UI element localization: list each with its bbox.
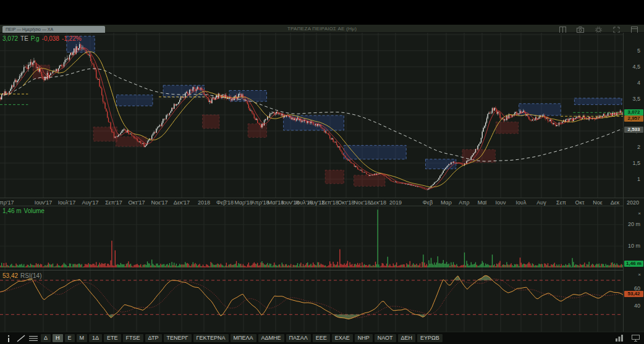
rsi-pane[interactable] — [0, 270, 623, 332]
x-axis-label: Μαρ — [441, 199, 452, 206]
bottom-toolbar: ΔΗΕΜ1ΔΕΤΕFTSEΔΤΡΤΕΝΕΡΓΓΕΚΤΕΡΝΑΜΠΕΛΑΑΔΜΗΕ… — [0, 332, 644, 344]
price-tick-label: 1,5 — [632, 160, 640, 166]
chart-area: Απρ'17Ιουν'17Ιουλ'17Αυγ'17Σεπ'17Οκτ'17Νο… — [0, 33, 644, 332]
x-axis-label: Σεπ'17 — [105, 199, 122, 206]
x-axis-label: Ιουλ — [516, 199, 527, 206]
price-badge: 2,957 — [624, 115, 643, 122]
x-axis-label: Δεκ'17 — [174, 199, 190, 206]
price-tick-label: 4 — [637, 80, 640, 86]
legend-symbol: ΤΕ — [20, 35, 28, 42]
timeframe-button-1Δ[interactable]: 1Δ — [89, 334, 102, 342]
price-axis[interactable]: 54,543,532,521,513,0722,9572,533×20 m10 … — [623, 33, 644, 332]
price-tick-label: 3,5 — [632, 96, 640, 102]
ticker-button-ΕΧΑΕ[interactable]: ΕΧΑΕ — [332, 334, 353, 342]
x-axis-label: Μαϊ — [478, 199, 487, 206]
toolbar-buttons: ΔΗΕΜ1ΔΕΤΕFTSEΔΤΡΤΕΝΕΡΓΓΕΚΤΕΡΝΑΜΠΕΛΑΑΔΜΗΕ… — [41, 334, 443, 342]
x-axis-label: Φεβ'18 — [216, 199, 234, 206]
x-axis-label: Δεκ — [611, 199, 620, 206]
volume-legend: 1,46 mVolume — [2, 208, 47, 214]
price-chart-pane[interactable] — [0, 33, 623, 198]
x-axis-label: Νοε — [593, 199, 603, 206]
x-axis-label: 2019 — [389, 199, 402, 206]
time-axis[interactable]: Απρ'17Ιουν'17Ιουλ'17Αυγ'17Σεπ'17Οκτ'17Νο… — [0, 198, 644, 206]
x-axis-label: Ιουν'17 — [35, 199, 53, 206]
rsi-close-icon[interactable]: × — [638, 272, 641, 277]
ticker-button-FTSE[interactable]: FTSE — [123, 334, 143, 342]
volume-value: 1,46 m — [2, 208, 22, 214]
legend-change-pct: -1,22% — [62, 35, 82, 42]
price-tick-label: 2 — [637, 144, 640, 150]
x-axis-label: Φεβ — [423, 199, 433, 206]
volume-badge: 1,46 m — [624, 261, 643, 267]
volume-pane[interactable] — [0, 206, 623, 270]
volume-bars — [0, 209, 623, 267]
ticker-button-ΕΥΡΩΒ[interactable]: ΕΥΡΩΒ — [417, 334, 443, 342]
ticker-button-ΕΕΕ[interactable]: ΕΕΕ — [313, 334, 330, 342]
legend-tag: Ρ.g — [31, 35, 40, 42]
x-axis-label: Δεκ'18 — [370, 199, 386, 206]
rsi-line — [0, 275, 623, 319]
bar-chart-icon[interactable] — [614, 334, 624, 343]
x-axis-label: Νοε'18 — [354, 199, 370, 206]
timeframe-button-Η[interactable]: Η — [53, 334, 63, 342]
price-badge: 3,072 — [624, 109, 643, 115]
legend-change: -0,038 — [42, 35, 59, 42]
trading-app: { "window": { "tab_text": "ΠΕΙΡ — Ημερήσ… — [0, 0, 644, 344]
x-axis-label: Οκτ'18 — [338, 199, 355, 206]
ticker-button-ΓΕΚΤΕΡΝΑ[interactable]: ΓΕΚΤΕΡΝΑ — [193, 334, 229, 342]
rsi-tick-label: 40 — [634, 303, 640, 309]
volume-tick-label: 10 m — [628, 243, 640, 249]
legend-last-price: 3,072 — [2, 35, 18, 42]
chart-header-strip: ΠΕΙΡ — Ημερήσιο — ΧΑ ΤΡΑΠΕΖΑ ΠΕΙΡΑΙΩΣ ΑΕ… — [0, 25, 644, 33]
rsi-grid — [5, 271, 615, 332]
monitor-icon[interactable] — [630, 334, 640, 343]
x-axis-label: Ιουλ'17 — [58, 199, 76, 206]
info-icon[interactable] — [4, 334, 14, 343]
timeframe-button-Δ[interactable]: Δ — [41, 334, 51, 342]
trendline-tool-icon[interactable] — [16, 334, 26, 343]
x-axis-label: Οκτ — [575, 199, 584, 206]
ticker-button-ΑΔΜΗΕ[interactable]: ΑΔΜΗΕ — [258, 334, 284, 342]
ticker-button-ΕΤΕ[interactable]: ΕΤΕ — [104, 334, 121, 342]
price-badge: 2,533 — [624, 127, 643, 133]
ticker-button-ΝΗΡ[interactable]: ΝΗΡ — [355, 334, 373, 342]
volume-grid — [5, 206, 615, 270]
x-axis-label: Νοε'17 — [151, 199, 167, 206]
x-axis-label: Αυγ'17 — [82, 199, 98, 206]
ticker-button-ΠΑΣΑΛ[interactable]: ΠΑΣΑΛ — [286, 334, 311, 342]
rsi-fill — [28, 275, 491, 280]
x-axis-label: Οκτ'17 — [129, 199, 145, 206]
price-tick-label: 1 — [637, 176, 640, 182]
x-axis-label: Ιουν — [496, 199, 506, 206]
volume-tick-label: 20 m — [628, 221, 640, 227]
window-top-bar — [0, 0, 644, 25]
rsi-ma-line — [0, 279, 623, 318]
x-axis-label: Αυγ — [536, 199, 546, 206]
rsi-label: RSI(14) — [20, 272, 41, 279]
price-legend: 3,072ΤΕΡ.g-0,038-1,22% — [2, 35, 84, 42]
x-axis-label: Απρ'17 — [0, 199, 14, 206]
rsi-badge: 53,42 — [624, 291, 643, 297]
x-axis-label: 2018 — [198, 199, 210, 206]
rsi-fill — [109, 314, 425, 319]
x-axis-label: Σεπ — [556, 199, 566, 206]
ticker-button-ΤΕΝΕΡΓ[interactable]: ΤΕΝΕΡΓ — [164, 334, 192, 342]
x-axis-label: Απρ'18 — [251, 199, 269, 206]
price-tick-label: 5 — [637, 48, 640, 54]
volume-label: Volume — [24, 208, 44, 214]
ticker-button-ΔΤΡ[interactable]: ΔΤΡ — [145, 334, 162, 342]
watchlist-icon[interactable] — [28, 334, 38, 343]
supply-demand-zones — [33, 36, 622, 187]
price-tick-label: 4,5 — [632, 64, 640, 70]
timeframe-button-Μ[interactable]: Μ — [77, 334, 88, 342]
timeframe-button-Ε[interactable]: Ε — [65, 334, 75, 342]
ticker-button-ΔΕΗ[interactable]: ΔΕΗ — [398, 334, 416, 342]
ticker-button-ΜΠΕΛΑ[interactable]: ΜΠΕΛΑ — [231, 334, 256, 342]
chart-title: ΤΡΑΠΕΖΑ ΠΕΙΡΑΙΩΣ ΑΕ (Ημ) — [0, 26, 644, 31]
volume-close-icon[interactable]: × — [638, 211, 641, 216]
x-axis-label: Σεπ'18 — [321, 199, 339, 206]
x-axis-label: Απρ — [459, 199, 469, 206]
x-axis-label: Μαρ'18 — [234, 199, 253, 206]
rsi-legend: 53,42RSI(14) — [2, 272, 44, 279]
ticker-button-ΝΑΟΤ[interactable]: ΝΑΟΤ — [375, 334, 396, 342]
